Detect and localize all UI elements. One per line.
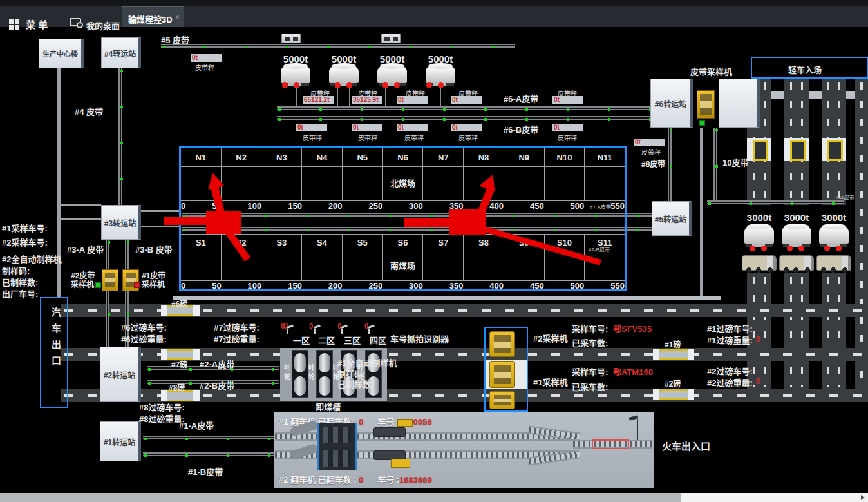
lamp-stem xyxy=(349,88,350,107)
silo-label: 5000t xyxy=(426,53,455,64)
belt-6a-label: #6-A皮带 xyxy=(504,92,538,104)
sample-count-label: 已制样数: xyxy=(2,276,38,288)
impeller-label: 轮 xyxy=(283,371,291,381)
belt-3a-label: #3-A 皮带 xyxy=(67,243,104,255)
sampled-count-label: 已采车数: xyxy=(572,380,608,392)
impeller-slot xyxy=(292,350,308,398)
my-desktop-button[interactable]: 我的桌面 xyxy=(86,19,120,32)
lamp-stem xyxy=(440,88,441,107)
zone-2-label: 二区 xyxy=(318,334,335,346)
connector xyxy=(61,204,101,206)
camera-icon xyxy=(314,329,316,334)
dumper-1-count: 0 xyxy=(359,417,363,427)
tripper-car xyxy=(381,34,401,43)
desktop-icon[interactable] xyxy=(70,18,81,26)
belt-scale-value: 35125.9t xyxy=(352,96,382,104)
weigh-2-weight: #2过磅重量: xyxy=(707,376,753,389)
train-wagon xyxy=(373,427,406,437)
silo-label: 5000t xyxy=(329,53,359,64)
building-transfer-2: #2转运站 xyxy=(100,347,141,402)
building-transfer-5: #5转运站 xyxy=(652,201,692,236)
outgoing-car-label: 出厂车号: xyxy=(2,287,38,300)
belt-11-label: #11皮带 xyxy=(836,193,854,200)
connector xyxy=(141,226,179,227)
conveyor-gallery xyxy=(173,296,721,300)
belt-10 xyxy=(713,128,717,202)
stacker-1-bar xyxy=(164,217,207,225)
sampler-machine xyxy=(697,90,715,119)
coal-yard: N1N2N3N4N5N6N7N8N9N10N11 北煤场 05010015020… xyxy=(179,146,627,291)
light-entry-label: 轻车入场 xyxy=(788,63,822,75)
camera-icon xyxy=(368,329,370,334)
scale-2-label: #2磅 xyxy=(665,378,681,389)
belt-scale-value: 0t xyxy=(634,139,665,146)
belt-scale-value: 0t xyxy=(397,96,428,104)
sampling-car-1-label: #1采样车号: xyxy=(2,222,48,234)
building-belt-sampler xyxy=(719,79,760,128)
scroll-right-icon[interactable] xyxy=(858,493,868,502)
alarm-lamp xyxy=(394,82,400,88)
scale-6-label: #6磅 xyxy=(171,298,187,309)
silo-3000t xyxy=(744,227,774,244)
belt-3b-label: #3-B 皮带 xyxy=(135,243,173,255)
belt-sampler-2-machine xyxy=(102,269,118,291)
dump-truck xyxy=(742,255,777,271)
belt-scale-value: 65121.2t xyxy=(303,96,334,104)
alarm-lamp xyxy=(836,246,842,251)
sample-plate-label: 采样车号: xyxy=(572,365,608,378)
camera-icon xyxy=(341,329,343,334)
weigh-1-weight: #1过磅重量: xyxy=(707,334,753,346)
rail-block-section xyxy=(592,439,629,449)
exit-road xyxy=(784,273,809,391)
lamp-stem xyxy=(285,88,285,107)
dumper-2-count: 0 xyxy=(359,475,363,485)
menu-grid-icon[interactable] xyxy=(9,19,14,24)
tab-close-icon[interactable]: × xyxy=(175,13,180,22)
window-top-strip xyxy=(0,0,868,6)
belt-2a-label: #2-A皮带 xyxy=(200,358,234,370)
belt-sampler-1-label2: 采样机 xyxy=(142,278,165,289)
light-entry-box: 轻车入场 xyxy=(751,57,868,79)
belt-1a xyxy=(143,436,274,439)
building-transfer-1: #1转运站 xyxy=(100,421,141,461)
belt-1b xyxy=(143,452,274,456)
alarm-lamp xyxy=(346,82,352,88)
car-dumper-2 xyxy=(317,446,357,470)
building-production-center: 生产中心楼 xyxy=(39,39,84,68)
menu-button[interactable]: 菜 单 xyxy=(26,17,48,31)
north-header-row: N1N2N3N4N5N6N7N8N9N10N11 xyxy=(181,148,625,167)
belt-6a xyxy=(277,106,652,110)
dumper-2-label: #2 翻车机 xyxy=(279,475,316,485)
tab-coal-control-3d[interactable]: 输煤程控3D × xyxy=(122,6,184,27)
impeller-slot xyxy=(316,350,333,398)
sample-plate-label: 采样车号: xyxy=(572,322,608,334)
belt-8 xyxy=(668,128,672,201)
belt-sampler-2-label2: 采样机 xyxy=(71,278,94,289)
auto-sampler-1-count: 已制样数: xyxy=(337,378,373,390)
impeller-label: 轮 xyxy=(308,371,316,381)
belt-scale-label: 皮带秤 xyxy=(358,133,377,142)
dumped-count-label: 已翻车数 : xyxy=(318,475,357,485)
sample-plate-2-value: 鄂SFV535 xyxy=(613,322,652,334)
north-ruler: 050100150200250300350400450500550 xyxy=(181,201,625,211)
signal-pole xyxy=(637,419,638,440)
stacker-2-bar xyxy=(404,218,451,227)
train-dumper-panel: #1 翻车机 已翻车数 : 0 车号 :1710056 #2 翻车机 已翻车数 … xyxy=(274,412,654,488)
alarm-lamp xyxy=(761,246,767,251)
belt-scale-value: 0t xyxy=(451,96,482,104)
plate-recognizer-label: 车号抓拍识别器 xyxy=(390,333,449,345)
scale-1-label: #1磅 xyxy=(665,338,681,349)
truck-sampler-1-label: #1采样机 xyxy=(533,376,567,388)
pillar xyxy=(700,128,703,298)
horizontal-scrollbar-thumb[interactable] xyxy=(0,493,681,502)
belt-2b-label: #2-B皮带 xyxy=(200,379,234,391)
belt-scale-label: 皮带秤 xyxy=(558,133,577,142)
south-ruler: 050100150200250300350400450500550 xyxy=(181,281,625,291)
alarm-lamp xyxy=(282,82,288,88)
zone-1-label: 一区 xyxy=(293,334,310,346)
belt-scale-label: 皮带秤 xyxy=(404,133,424,142)
tripper-car xyxy=(281,34,301,43)
entry-lane xyxy=(760,91,868,99)
zone-2-count: 0 xyxy=(309,322,313,330)
weigh-8-plate: #8过磅车号: xyxy=(139,401,185,413)
